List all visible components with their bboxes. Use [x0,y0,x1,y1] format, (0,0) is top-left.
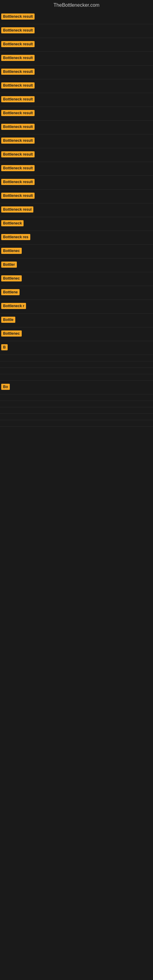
bottleneck-badge[interactable]: Bottleneck result [1,165,35,171]
list-item [0,407,153,414]
bottleneck-badge[interactable]: Bottleneck resul [1,207,33,213]
bottleneck-badge[interactable]: Bottleneck result [1,41,35,47]
bottleneck-badge[interactable]: Bottleneck result [1,27,35,33]
list-item: Bottleneck result [0,134,153,148]
list-item: Bottleneck result [0,24,153,38]
list-item [0,420,153,426]
bottleneck-badge[interactable]: Bottleneck result [1,96,35,102]
list-item: Bottle [0,313,153,328]
list-item: Bottleneck resul [0,204,153,217]
list-item: Bottleneck result [0,79,153,93]
list-item [0,401,153,407]
bottleneck-badge[interactable]: Bottleneck [1,220,24,226]
bottleneck-badge[interactable]: Bo [1,384,10,390]
list-item: Bottleneck result [0,52,153,65]
bottleneck-badge[interactable]: Bottleneck res [1,234,30,240]
bottleneck-badge[interactable]: Bottleneck result [1,83,35,89]
list-item: Bottleneck result [0,162,153,176]
list-item: Bottlenec [0,245,153,258]
list-item [0,355,153,361]
list-item: Bottleneck result [0,189,153,204]
bottleneck-badge[interactable]: B [1,344,8,350]
list-item [0,361,153,368]
bottleneck-badge[interactable]: Bottleneck result [1,13,35,20]
list-item: Bottler [0,258,153,272]
list-item: Bottleneck result [0,148,153,162]
bottleneck-badge[interactable]: Bottleneck result [1,151,35,158]
list-item: Bottleneck result [0,93,153,107]
bottleneck-badge[interactable]: Bottleneck result [1,137,35,144]
list-item: Bottlene [0,286,153,300]
list-item: Bo [0,381,153,395]
list-item: Bottleneck result [0,176,153,189]
bottleneck-badge[interactable]: Bottleneck result [1,124,35,130]
list-item [0,374,153,381]
list-item: Bottleneck [0,217,153,231]
bottleneck-badge[interactable]: Bottlenec [1,275,22,282]
list-item: Bottleneck result [0,38,153,52]
list-item: Bottlenec [0,272,153,286]
bottleneck-badge[interactable]: Bottleneck result [1,110,35,116]
bottleneck-badge[interactable]: Bottleneck result [1,68,35,75]
list-item [0,414,153,420]
list-item: Bottleneck result [0,107,153,121]
bottleneck-badge[interactable]: Bottleneck r [1,303,26,309]
bottleneck-badge[interactable]: Bottleneck result [1,192,35,199]
bottleneck-badge[interactable]: Bottlenec [1,331,22,337]
bottleneck-badge[interactable]: Bottle [1,317,15,323]
bottleneck-badge[interactable]: Bottleneck result [1,55,35,61]
list-item: Bottleneck res [0,231,153,245]
bottleneck-badge[interactable]: Bottlenec [1,248,22,254]
bottleneck-badge[interactable]: Bottlene [1,289,19,295]
list-item [0,368,153,374]
site-title: TheBottlenecker.com [0,0,153,10]
list-item: Bottleneck result [0,10,153,24]
list-item: Bottleneck r [0,300,153,313]
bottleneck-badge[interactable]: Bottleneck result [1,179,35,185]
list-item [0,395,153,401]
list-item: Bottleneck result [0,121,153,134]
list-item: Bottleneck result [0,65,153,79]
list-item: Bottlenec [0,328,153,341]
list-item: B [0,341,153,355]
bottleneck-badge[interactable]: Bottler [1,261,17,268]
